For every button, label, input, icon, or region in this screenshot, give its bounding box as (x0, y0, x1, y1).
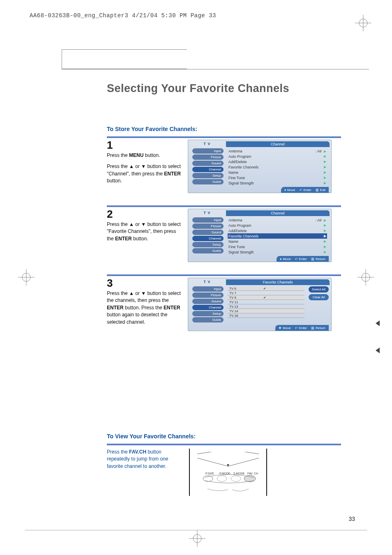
osd-title: Channel (226, 210, 330, 216)
osd-side-item: Sound (192, 299, 224, 304)
osd-side-item: Picture (192, 292, 224, 298)
crop-mark-top (355, 15, 371, 31)
osd-select-all: Select All (309, 286, 329, 292)
osd-side-item: Setup (192, 311, 224, 316)
view-text: Press the FAV.CH button repeatedly to ju… (107, 449, 177, 496)
step-text: Press the ▲ or ▼ button to select "Chann… (107, 163, 183, 184)
step-number: 3 (107, 278, 183, 288)
osd-side-item-selected: Channel (192, 305, 224, 310)
step-number: 2 (107, 209, 183, 219)
osd-side-item: Input (192, 148, 224, 154)
osd-side-item: Sound (192, 161, 224, 166)
osd-side-item: Input (192, 217, 224, 223)
crop-mark-left (18, 269, 35, 286)
osd-side-item: Guide (192, 248, 224, 253)
remote-illustration: P.SIZE P.MODE S.MODE FAV. CH (189, 449, 267, 496)
step-number: 1 (107, 140, 183, 150)
osd-side-item: Input (192, 286, 224, 292)
footer-rule (25, 530, 367, 530)
step-2: 2 Press the ▲ or ▼ button to select "Fav… (107, 205, 341, 262)
osd-side-item-selected: Channel (192, 167, 224, 172)
step-1: 1 Press the MENU button. Press the ▲ or … (107, 136, 341, 193)
osd-side-item-selected: Channel (192, 236, 224, 241)
step-text: Press the ▲ or ▼ button to select the ch… (107, 290, 183, 326)
osd-tv-label: T V (188, 211, 226, 215)
page-title: Selecting Your Favorite Channels (107, 82, 289, 95)
svg-point-14 (217, 476, 227, 481)
margin-mark-icon (376, 320, 380, 326)
osd-side-item: Setup (192, 242, 224, 247)
osd-title: Favorite Channels (226, 279, 330, 285)
crop-mark-bottom (189, 530, 205, 547)
svg-marker-12 (227, 464, 229, 467)
crop-mark-right (357, 269, 374, 286)
header-rule (62, 69, 369, 69)
osd-side-item: Guide (192, 179, 224, 184)
step-3: 3 Press the ▲ or ▼ button to select the … (107, 274, 341, 331)
section-heading-view: To View Your Favorite Channels: (107, 433, 341, 440)
remote-label: FAV. CH (247, 472, 258, 475)
running-header: AA68-03263B-00_eng_Chapter3 4/21/04 5:30… (30, 12, 216, 19)
osd-side-item: Picture (192, 154, 224, 160)
section-heading-store: To Store Your Favorite Channels: (107, 126, 341, 132)
step-text: Press the ▲ or ▼ button to select "Favor… (107, 221, 183, 242)
osd-screenshot-1: T V Channel Input Picture Sound Channel … (188, 140, 332, 193)
view-block: Press the FAV.CH button repeatedly to ju… (107, 444, 341, 496)
osd-side-item: Picture (192, 223, 224, 229)
osd-side-item: Setup (192, 173, 224, 178)
osd-clear-all: Clear All (309, 294, 329, 300)
osd-tv-label: T V (188, 142, 226, 146)
page-number: 33 (348, 516, 355, 522)
step-text: Press the MENU button. (107, 152, 183, 159)
osd-screenshot-3: T V Favorite Channels Input Picture Soun… (188, 278, 332, 331)
osd-tv-label: T V (188, 280, 226, 284)
margin-mark-icon (376, 348, 380, 353)
remote-label: S.MODE (233, 472, 245, 475)
remote-label: P.SIZE (205, 472, 214, 475)
osd-title: Channel (226, 141, 330, 147)
header-frame (62, 49, 187, 69)
svg-point-15 (231, 476, 241, 481)
osd-side-item: Guide (192, 317, 224, 322)
osd-screenshot-2: T V Channel Input Picture Sound Channel … (188, 209, 332, 262)
osd-side-item: Sound (192, 230, 224, 235)
svg-point-16 (244, 475, 256, 482)
